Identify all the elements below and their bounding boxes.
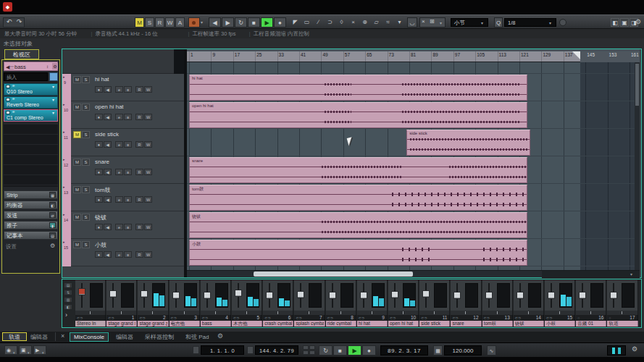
channel-name-cell[interactable]: 电吉他 bbox=[170, 321, 200, 327]
glue-tool-icon[interactable]: ◊ bbox=[336, 18, 347, 28]
mixer-channel-小鼓[interactable]: ⊂⊃15小鼓 bbox=[545, 280, 575, 327]
read-automation-button[interactable]: R bbox=[135, 169, 143, 175]
insert-dropdown-icon[interactable]: ▾ bbox=[52, 110, 54, 115]
channel-name-cell[interactable]: splash cymbal bbox=[294, 321, 325, 327]
tab-sampler-control[interactable]: 采样器控制 bbox=[145, 333, 174, 341]
mixer-rack-icon-2[interactable]: ▥ bbox=[64, 297, 72, 303]
zoom-preset-icon[interactable]: ▾ bbox=[630, 272, 632, 277]
record-enable-button[interactable]: ● bbox=[95, 196, 103, 203]
channel-name-cell[interactable]: 铙钹 bbox=[514, 321, 544, 327]
record-mode-button[interactable]: ◉▾ bbox=[4, 345, 17, 355]
channel-name-cell[interactable]: stage grand 右 bbox=[106, 321, 137, 327]
mixer-channel-crash-cymbal[interactable]: ⊂⊃6crash cymbal bbox=[263, 280, 293, 327]
insert-edit-icon[interactable]: e bbox=[12, 83, 14, 88]
write-automation-button[interactable]: W bbox=[144, 196, 152, 203]
setup-gear-icon[interactable]: ⚙ bbox=[635, 18, 641, 25]
horizontal-scroll-thumb[interactable] bbox=[254, 272, 413, 277]
vertical-scroll-thumb[interactable] bbox=[635, 64, 639, 106]
monitor-button[interactable]: ◀ bbox=[104, 114, 112, 120]
channel-name-cell[interactable]: 小鼓 bbox=[545, 321, 575, 327]
track-expand-icon[interactable]: ▸ bbox=[63, 157, 65, 161]
freeze-button[interactable]: ≡ bbox=[124, 114, 132, 120]
inspector-section-setup[interactable]: 设置⚙ bbox=[4, 243, 58, 251]
track-expand-icon[interactable]: ▸ bbox=[63, 130, 65, 134]
position-display[interactable]: 89. 2. 3. 17 bbox=[380, 345, 428, 355]
mute-button[interactable]: M bbox=[73, 214, 81, 221]
fader-cap[interactable] bbox=[78, 288, 85, 295]
iterative-quantize-button[interactable] bbox=[559, 19, 566, 26]
draw-tool-icon[interactable]: ∕ bbox=[313, 18, 324, 28]
record-enable-button[interactable]: ● bbox=[95, 224, 103, 230]
nudge-button[interactable] bbox=[303, 345, 309, 350]
insert-slot[interactable]: e▾C1 comp Stereo bbox=[4, 109, 58, 122]
right-locator-display[interactable]: 144. 4. 2. 79 bbox=[255, 345, 298, 355]
mixer-rack-icon-3[interactable]: ◧ bbox=[64, 304, 72, 310]
insert-dropdown-icon[interactable]: ▾ bbox=[52, 84, 54, 89]
left-zone-toggle-icon[interactable]: ◧ bbox=[611, 18, 619, 27]
freeze-button[interactable]: ≡ bbox=[124, 196, 132, 203]
mute-button[interactable]: M bbox=[73, 131, 81, 138]
stop-button[interactable]: ■ bbox=[333, 345, 347, 355]
inspector-section-5[interactable]: 记事本▤ bbox=[4, 231, 58, 240]
write-automation-button[interactable]: W bbox=[144, 141, 152, 148]
insert-slot[interactable]: e▾Reverb Stereo bbox=[4, 96, 58, 109]
channel-name-cell[interactable]: 音频 01 bbox=[576, 321, 606, 327]
audio-event-side-stick[interactable]: side stick bbox=[406, 130, 530, 156]
solo-button[interactable]: S bbox=[82, 214, 90, 221]
channel-name-cell[interactable]: stage grand 左 bbox=[138, 321, 168, 327]
go-start-button[interactable]: ◀ bbox=[209, 17, 221, 28]
write-automation-button[interactable]: W bbox=[144, 169, 152, 175]
inspector-section-3[interactable]: 发送⇄ bbox=[4, 211, 58, 219]
insert-search-field[interactable]: 插入 bbox=[4, 72, 48, 81]
fader-cap[interactable] bbox=[141, 290, 148, 298]
transport-gear-icon[interactable]: ⚙ bbox=[632, 345, 637, 353]
snap-grid-icon[interactable]: ⊞ bbox=[430, 18, 435, 25]
snap-dropdown-icon[interactable]: ▾ bbox=[440, 20, 442, 25]
mixer-expand-icon[interactable]: › bbox=[65, 311, 67, 319]
read-automation-button[interactable]: R bbox=[135, 251, 143, 258]
channel-name-cell[interactable]: tom鼓 bbox=[482, 321, 513, 327]
fader-cap[interactable] bbox=[297, 291, 304, 298]
select-tool-icon[interactable]: ◤ bbox=[290, 18, 301, 28]
mixer-channel-ride-cymbal[interactable]: ⊂⊃8ride cymbal bbox=[326, 280, 356, 327]
range-tool-icon[interactable]: ▭ bbox=[301, 18, 312, 28]
fader-cap[interactable] bbox=[360, 292, 367, 299]
mixer-channel-open-hi-hat[interactable]: ⊂⊃10open hi hat bbox=[388, 280, 419, 327]
grid-dropdown-icon[interactable]: ▾ bbox=[481, 20, 483, 25]
mixer-rack-icon-0[interactable]: ▤ bbox=[64, 282, 72, 288]
play-button[interactable]: ▶ bbox=[261, 17, 273, 28]
solo-button[interactable]: S bbox=[82, 241, 90, 248]
channel-name-cell[interactable]: Stereo In bbox=[75, 321, 106, 327]
inspector-section-2[interactable]: 均衡器◧ bbox=[4, 201, 58, 209]
automation-button-s[interactable]: S bbox=[145, 17, 154, 28]
fader-cap[interactable] bbox=[579, 292, 586, 299]
record-enable-button[interactable]: ● bbox=[95, 251, 103, 258]
track-row-tom鼓[interactable]: ▸13MStom鼓●◀e≡RW bbox=[62, 184, 184, 211]
fader-cap[interactable] bbox=[453, 292, 461, 299]
left-locator-display[interactable]: 1. 1. 1. 0 bbox=[201, 345, 244, 355]
event-lanes[interactable]: hi hatopen hi hatside sticksnaretom鼓铙钹小鼓 bbox=[187, 62, 640, 270]
solo-button[interactable]: S bbox=[82, 104, 90, 111]
more-tools-icon[interactable]: ▾ bbox=[394, 18, 405, 28]
snap-x-icon[interactable]: × bbox=[422, 18, 425, 25]
play-button[interactable]: ▶ bbox=[348, 345, 361, 355]
mixer-rack-icon-1[interactable]: ⇅ bbox=[64, 290, 72, 295]
monitor-button[interactable]: ◀ bbox=[104, 224, 112, 230]
channel-name-cell[interactable]: bass bbox=[201, 321, 231, 327]
mixer-channel-bass[interactable]: ⊂⊃4bass bbox=[201, 280, 231, 327]
insert-active-icon[interactable] bbox=[6, 111, 10, 114]
mixer-channel-side-stick[interactable]: ⊂⊃11side stick bbox=[419, 280, 450, 327]
edit-channel-button[interactable]: e bbox=[115, 114, 123, 120]
audio-event-小鼓[interactable]: 小鼓 bbox=[189, 240, 527, 266]
track-expand-icon[interactable]: ▸ bbox=[63, 240, 65, 244]
track-row-小鼓[interactable]: ▸15MS小鼓●◀e≡RW bbox=[62, 239, 184, 266]
edit-channel-button[interactable]: e bbox=[115, 141, 123, 148]
vertical-scrollbar[interactable] bbox=[635, 62, 640, 270]
mixer-channel-木吉他[interactable]: ⊂⊃5木吉他 bbox=[232, 280, 262, 327]
fader-cap[interactable] bbox=[235, 290, 242, 297]
record-button[interactable]: ● bbox=[274, 17, 286, 28]
track-expand-icon[interactable]: ▸ bbox=[63, 102, 65, 106]
mixer-channel-hi-hat[interactable]: ⊂⊃9hi hat bbox=[357, 280, 388, 327]
edit-channel-button[interactable]: e bbox=[115, 86, 123, 93]
fader-cap[interactable] bbox=[391, 291, 398, 298]
